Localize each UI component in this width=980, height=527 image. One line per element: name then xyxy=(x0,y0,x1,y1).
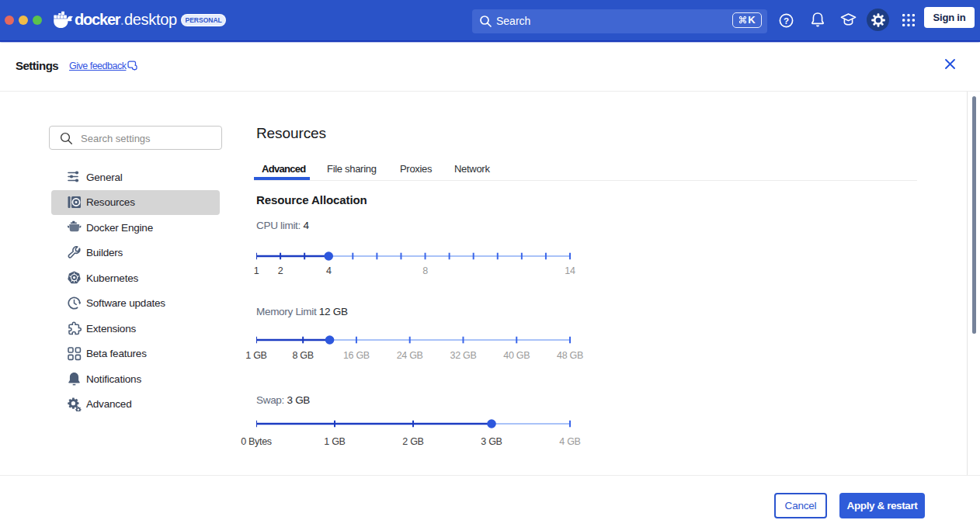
svg-text:?: ? xyxy=(784,16,789,25)
